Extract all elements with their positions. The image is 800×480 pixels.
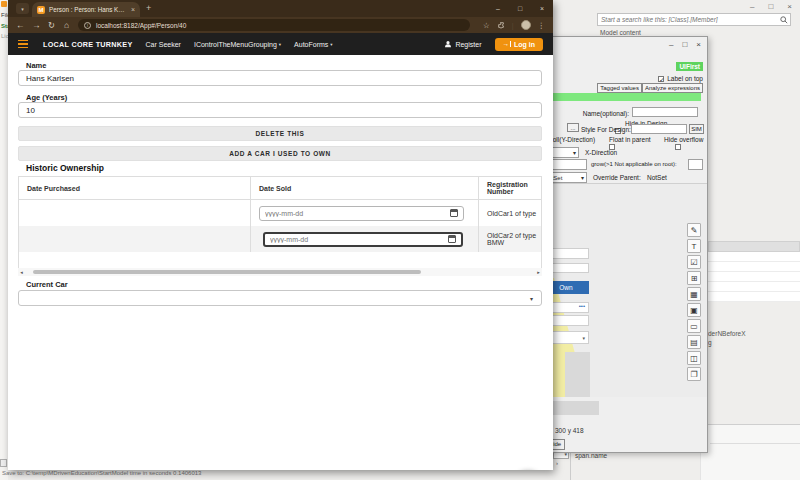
login-icon: →	[503, 41, 512, 47]
reload-icon[interactable]: ↻	[48, 20, 55, 30]
property-row	[708, 262, 800, 272]
image-tool-button[interactable]: ▣	[687, 303, 701, 317]
chevron-down-icon: ▾	[582, 335, 585, 341]
bg-left-window-edge: File Start Licen	[0, 0, 8, 480]
current-car-select[interactable]: ▾	[18, 290, 542, 306]
model-search-box[interactable]	[597, 13, 791, 26]
browser-menu-icon[interactable]: ⋮	[538, 21, 546, 30]
sim-button[interactable]: SIM	[689, 124, 704, 134]
media-tool-button[interactable]: ◫	[687, 351, 701, 365]
login-button[interactable]: → Log in	[495, 38, 544, 51]
property-row	[708, 292, 800, 302]
bg-minimize-icon[interactable]: –	[750, 2, 754, 11]
tab-close-icon[interactable]: ×	[131, 6, 135, 13]
text-tool-button[interactable]: T	[687, 239, 701, 253]
new-tab-button[interactable]: +	[146, 3, 151, 13]
bg-close-icon[interactable]: ×	[787, 2, 792, 11]
ellipsis-icon: •••	[579, 303, 585, 309]
calendar-tool-button[interactable]: ▦	[687, 287, 701, 301]
model-search-input[interactable]	[598, 16, 780, 23]
tagged-values-button[interactable]: Tagged values	[597, 83, 642, 93]
override-parent-value: NotSet	[647, 174, 667, 181]
minimize-icon[interactable]: –	[669, 40, 673, 49]
date-sold-input[interactable]	[259, 206, 464, 221]
register-button[interactable]: Register	[444, 40, 481, 48]
url-text: localhost:8182/App#/Person/40	[96, 22, 186, 29]
age-input[interactable]	[18, 102, 542, 118]
grow-input[interactable]	[688, 159, 703, 170]
site-info-icon[interactable]: i	[84, 22, 91, 29]
date-sold-field[interactable]	[265, 210, 450, 217]
nav-item-autoforms[interactable]: AutoForms▾	[294, 41, 333, 48]
profile-avatar[interactable]	[521, 20, 531, 30]
hamburger-menu-icon[interactable]	[18, 40, 28, 49]
checkbox-tool-button[interactable]: ☑	[687, 255, 701, 269]
designer-footer-block	[553, 401, 599, 415]
delete-this-button[interactable]: DELETE THIS	[18, 126, 542, 141]
bg-expand-arrow[interactable]: ›	[556, 460, 558, 466]
maximize-icon[interactable]: □	[682, 40, 687, 49]
viewport-tool-button[interactable]: ❐	[687, 367, 701, 381]
grow-label: grow(>1 Not applicable on root):	[591, 161, 677, 167]
button-tool-button[interactable]: ▭	[687, 319, 701, 333]
app-navbar: LOCAL CORE TURNKEY Car Seeker IControlTh…	[8, 33, 553, 55]
calendar-icon[interactable]	[448, 235, 456, 243]
scroll-right-icon[interactable]: ▸	[535, 269, 542, 275]
style-for-design-label: Style For Design:	[581, 126, 631, 133]
table-row: OldCar1 of type	[19, 200, 541, 226]
start-tab[interactable]: Start	[1, 23, 8, 29]
style-for-design-input[interactable]	[631, 124, 687, 134]
tab-strip: ▾ M Person : Person: Hans Karlsen × + – …	[8, 0, 553, 17]
back-icon[interactable]: ←	[16, 20, 25, 30]
combo-tool-button[interactable]: ⊞	[687, 271, 701, 285]
chevron-down-icon: ▾	[279, 42, 281, 47]
toolbar-right: ☆ | ⋮	[483, 17, 553, 33]
file-menu[interactable]: File	[1, 12, 8, 18]
name-optional-input[interactable]	[632, 107, 698, 117]
minimize-icon[interactable]: –	[487, 0, 509, 17]
design-canvas[interactable]: Own ••• ▾	[541, 183, 707, 397]
browser-tab[interactable]: M Person : Person: Hans Karlsen ×	[32, 2, 140, 17]
name-optional-label: Name(optional):	[571, 110, 629, 117]
bg-maximize-icon[interactable]: □	[768, 2, 773, 11]
tab-search-button[interactable]: ▾	[16, 3, 29, 14]
bg-span-name-label: span.name	[575, 452, 607, 459]
favicon: M	[37, 6, 45, 14]
forward-icon[interactable]: →	[32, 20, 41, 30]
chevron-down-icon: ▾	[581, 174, 584, 181]
date-sold-input-focused[interactable]	[263, 232, 463, 247]
bg-bottom-panel	[700, 424, 800, 480]
browser-window-controls: – □ ×	[487, 0, 553, 17]
nav-label: Car Seeker	[146, 41, 181, 48]
nav-label: AutoForms	[294, 41, 328, 48]
analyze-expressions-button[interactable]: Analyze expressions	[642, 83, 703, 93]
scrollbar-thumb[interactable]	[33, 270, 421, 274]
hide-overflow-label: Hide overflow	[664, 136, 703, 143]
maximize-icon[interactable]: □	[509, 0, 531, 17]
nav-item-menu-grouping[interactable]: IControlTheMenuGrouping▾	[194, 41, 281, 48]
override-parent-label: Override Parent:	[593, 174, 641, 181]
close-icon[interactable]: ×	[531, 0, 553, 17]
address-bar[interactable]: i localhost:8182/App#/Person/40	[78, 19, 470, 31]
scroll-left-icon[interactable]: ◂	[18, 269, 25, 275]
checkbox-checked-icon[interactable]	[658, 76, 664, 82]
x-direction-label: X-Direction	[585, 149, 617, 156]
add-car-button[interactable]: ADD A CAR I USED TO OWN	[18, 146, 542, 161]
calendar-icon[interactable]	[450, 209, 458, 217]
name-input[interactable]	[18, 70, 542, 86]
horizontal-scrollbar[interactable]: ◂ ▸	[18, 268, 542, 276]
hide-overflow-checkbox[interactable]	[675, 144, 681, 150]
home-icon[interactable]: ⌂	[64, 20, 69, 30]
close-icon[interactable]: ×	[696, 40, 701, 49]
page-tool-button[interactable]: ▤	[687, 335, 701, 349]
label-on-top-option[interactable]: Label on top	[658, 75, 703, 82]
app-logo-icon	[1, 1, 7, 7]
extensions-icon[interactable]	[497, 21, 505, 29]
scrollbar-track[interactable]	[25, 268, 535, 276]
brand-title[interactable]: LOCAL CORE TURNKEY	[43, 40, 133, 49]
nav-item-car-seeker[interactable]: Car Seeker	[146, 41, 181, 48]
bookmark-icon[interactable]: ☆	[483, 21, 490, 30]
edit-tool-button[interactable]: ✎	[687, 223, 701, 237]
ellipsis-button[interactable]: ...	[567, 123, 579, 132]
date-sold-field[interactable]	[270, 236, 448, 243]
